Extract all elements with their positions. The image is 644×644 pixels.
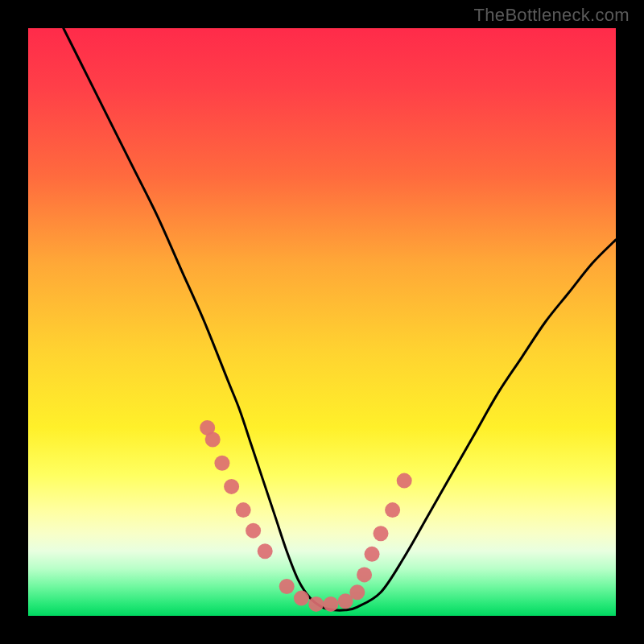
highlight-dot — [349, 584, 365, 600]
highlight-dot — [308, 597, 324, 612]
highlight-dot — [205, 432, 221, 448]
highlight-dot — [246, 523, 261, 539]
highlight-dot — [357, 567, 372, 582]
highlight-dot — [258, 543, 273, 559]
plot-area — [28, 28, 616, 616]
highlight-dot — [323, 597, 338, 612]
highlight-dot — [279, 579, 295, 594]
highlight-dot — [294, 591, 309, 606]
highlight-dot — [385, 502, 400, 518]
highlight-dot — [214, 456, 229, 471]
chart-frame: TheBottleneck.com — [0, 0, 644, 644]
highlight-dot — [224, 479, 239, 494]
highlight-dot — [374, 526, 389, 541]
highlight-dot — [397, 473, 412, 489]
bottleneck-curve — [64, 28, 616, 610]
curve-svg — [28, 28, 616, 616]
highlight-dots — [200, 420, 412, 612]
highlight-dot — [236, 502, 251, 518]
watermark-text: TheBottleneck.com — [474, 5, 630, 26]
highlight-dot — [365, 547, 380, 562]
